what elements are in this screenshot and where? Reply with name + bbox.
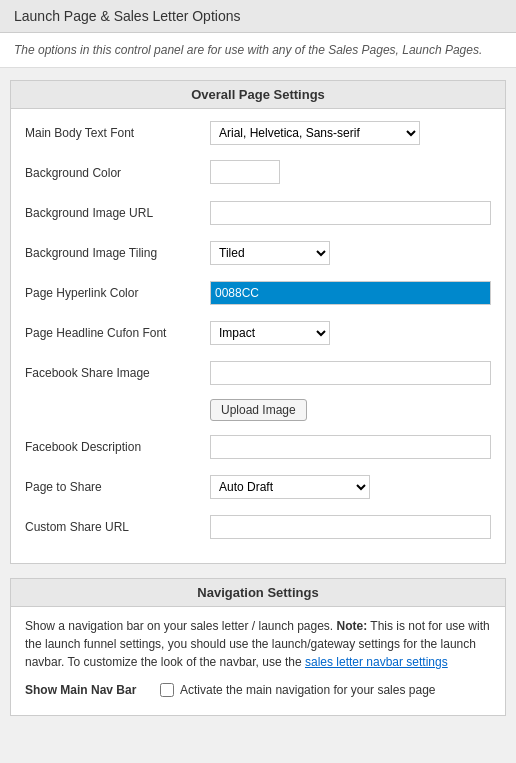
fb-share-image-input[interactable] xyxy=(210,361,491,385)
show-nav-description: Activate the main navigation for your sa… xyxy=(180,683,435,697)
fb-description-label: Facebook Description xyxy=(25,440,210,454)
body-font-label: Main Body Text Font xyxy=(25,126,210,140)
fb-share-image-label: Facebook Share Image xyxy=(25,366,210,380)
upload-image-button[interactable]: Upload Image xyxy=(210,399,307,421)
overall-settings-header: Overall Page Settings xyxy=(11,81,505,109)
headline-font-label: Page Headline Cufon Font xyxy=(25,326,210,340)
nav-description: Show a navigation bar on your sales lett… xyxy=(25,617,491,671)
hyperlink-color-input[interactable] xyxy=(210,281,491,305)
overall-settings-section: Overall Page Settings Main Body Text Fon… xyxy=(10,80,506,564)
bg-tiling-select[interactable]: Tiled No Repeat Repeat X Repeat Y xyxy=(210,241,330,265)
page-to-share-label: Page to Share xyxy=(25,480,210,494)
intro-text: The options in this control panel are fo… xyxy=(0,33,516,68)
headline-font-select[interactable]: Impact Arial Georgia Verdana xyxy=(210,321,330,345)
navbar-settings-link[interactable]: sales letter navbar settings xyxy=(305,655,448,669)
bg-color-swatch[interactable] xyxy=(210,160,280,184)
custom-share-url-label: Custom Share URL xyxy=(25,520,210,534)
fb-description-input[interactable] xyxy=(210,435,491,459)
page-title: Launch Page & Sales Letter Options xyxy=(0,0,516,33)
body-font-select[interactable]: Arial, Helvetica, Sans-serif Georgia, Ti… xyxy=(210,121,420,145)
custom-share-url-input[interactable] xyxy=(210,515,491,539)
show-nav-label: Show Main Nav Bar xyxy=(25,683,160,697)
hyperlink-color-label: Page Hyperlink Color xyxy=(25,286,210,300)
bg-tiling-label: Background Image Tiling xyxy=(25,246,210,260)
navigation-settings-section: Navigation Settings Show a navigation ba… xyxy=(10,578,506,716)
bg-color-label: Background Color xyxy=(25,166,210,180)
page-to-share-select[interactable]: Auto Draft Home About Contact xyxy=(210,475,370,499)
bg-image-url-input[interactable] xyxy=(210,201,491,225)
show-nav-checkbox[interactable] xyxy=(160,683,174,697)
navigation-settings-header: Navigation Settings xyxy=(11,579,505,607)
bg-image-url-label: Background Image URL xyxy=(25,206,210,220)
